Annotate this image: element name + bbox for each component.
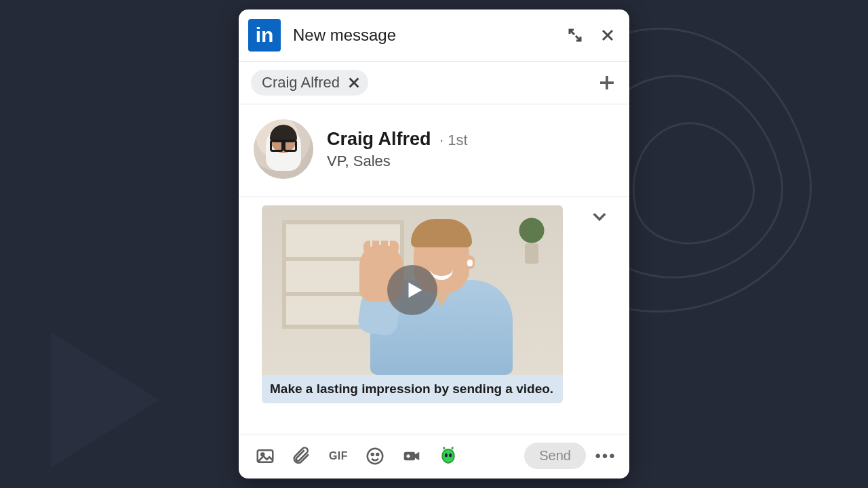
send-button[interactable]: Send [524, 443, 586, 469]
contact-card[interactable]: Craig Alfred · 1st VP, Sales [239, 104, 629, 197]
contact-info: Craig Alfred · 1st VP, Sales [327, 129, 468, 170]
linkedin-logo: in [248, 19, 281, 52]
svg-point-4 [376, 453, 378, 455]
modal-header: in New message [239, 9, 629, 62]
video-attachment-card[interactable]: Make a lasting impression by sending a v… [262, 205, 563, 403]
contact-avatar [254, 119, 313, 179]
contact-name: Craig Alfred [327, 129, 431, 149]
gif-icon[interactable]: GIF [328, 446, 349, 466]
svg-point-2 [368, 448, 383, 464]
background-shape-left [51, 332, 159, 468]
recipient-row: Craig Alfred [239, 62, 629, 104]
video-icon[interactable] [401, 446, 422, 466]
chevron-down-icon[interactable] [590, 207, 609, 226]
emoji-icon[interactable] [365, 446, 385, 466]
add-recipient-icon[interactable] [597, 73, 617, 93]
recipient-chip[interactable]: Craig Alfred [251, 70, 368, 96]
play-icon[interactable] [387, 265, 437, 315]
recipient-chip-name: Craig Alfred [262, 74, 340, 92]
attachment-icon[interactable] [292, 446, 312, 466]
more-options-icon[interactable]: ••• [595, 446, 616, 466]
modal-title: New message [293, 26, 551, 45]
svg-point-3 [372, 453, 374, 455]
contact-title: VP, Sales [327, 152, 468, 170]
connection-degree: · 1st [439, 131, 468, 148]
svg-point-9 [449, 453, 452, 458]
image-icon[interactable] [255, 446, 275, 466]
compose-toolbar: GIF Sen [239, 434, 629, 479]
svg-point-8 [445, 453, 448, 458]
video-caption: Make a lasting impression by sending a v… [262, 375, 563, 403]
video-thumbnail [262, 205, 563, 375]
new-message-modal: in New message Craig Alfred [239, 9, 629, 479]
close-icon[interactable] [599, 27, 616, 43]
vidyard-icon[interactable] [438, 446, 458, 466]
message-body[interactable]: Make a lasting impression by sending a v… [239, 197, 629, 434]
svg-rect-7 [407, 455, 410, 457]
remove-recipient-icon[interactable] [347, 75, 361, 90]
expand-icon[interactable] [567, 27, 583, 43]
